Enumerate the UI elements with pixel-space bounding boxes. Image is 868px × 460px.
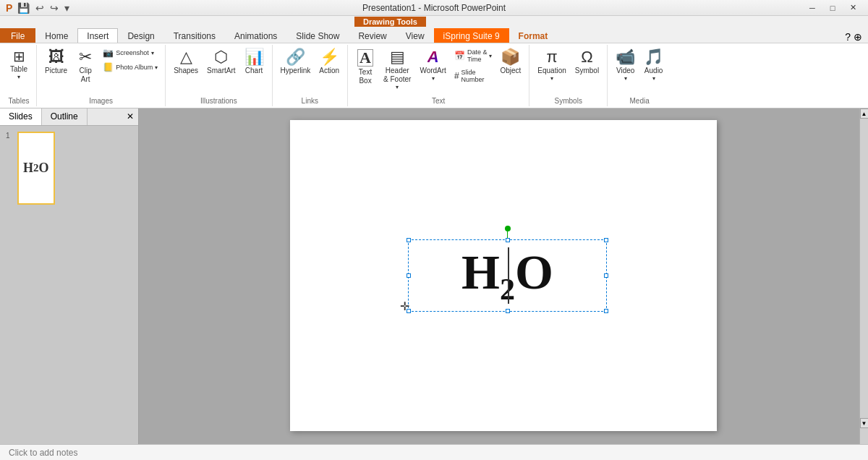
quick-access-toolbar: 💾 ↩ ↪ ▾ — [15, 1, 72, 15]
tab-review[interactable]: Review — [349, 28, 396, 43]
headerfooter-label: Header& Footer — [383, 67, 411, 84]
handle-top-left[interactable] — [407, 238, 411, 242]
ribbon-group-media: 📹 Video ▾ 🎵 Audio ▾ Media — [609, 45, 671, 106]
handle-middle-left[interactable] — [407, 273, 411, 278]
slidenumber-label: SlideNumber — [461, 69, 485, 83]
options-icon[interactable]: ⊕ — [854, 31, 862, 43]
audio-label: Audio — [644, 67, 663, 75]
equation-label: Equation — [537, 67, 566, 75]
tab-file[interactable]: File — [0, 28, 35, 43]
handle-bottom-center[interactable] — [506, 309, 510, 313]
textbox-label: TextBox — [359, 68, 372, 85]
save-icon[interactable]: 💾 — [15, 1, 32, 15]
tab-transitions[interactable]: Transitions — [164, 28, 225, 43]
handle-top-right[interactable] — [604, 238, 608, 242]
audio-button[interactable]: 🎵 Audio ▾ — [640, 46, 667, 85]
symbol-button[interactable]: Ω Symbol — [571, 46, 603, 78]
h2o-textbox[interactable]: H2O — [408, 239, 607, 312]
media-group-label: Media — [630, 95, 650, 105]
photoalbum-button[interactable]: 📒 Photo Album ▾ — [100, 61, 161, 74]
drawing-tools-bar: Drawing Tools — [0, 16, 868, 27]
smartart-label: SmartArt — [207, 67, 235, 75]
slide-canvas: H2O ✛ — [290, 120, 717, 431]
picture-icon: 🖼 — [48, 49, 64, 65]
handle-bottom-right[interactable] — [604, 309, 608, 313]
action-button[interactable]: ⚡ Action — [315, 46, 343, 78]
headerfooter-icon: ▤ — [390, 49, 405, 65]
headerfooter-button[interactable]: ▤ Header& Footer ▾ — [380, 46, 414, 93]
screenshot-button[interactable]: 📷 Screenshot ▾ — [100, 46, 161, 59]
datetime-button[interactable]: 📅 Date &Time ▾ — [451, 46, 495, 65]
textbox-button[interactable]: A TextBox — [352, 46, 378, 88]
title-left: P 💾 ↩ ↪ ▾ — [6, 1, 72, 15]
equation-button[interactable]: π Equation ▾ — [534, 46, 569, 85]
links-items: 🔗 Hyperlink ⚡ Action — [277, 46, 343, 95]
illustrations-group-label: Illustrations — [200, 95, 237, 105]
slides-panel: Slides Outline ✕ 1 H2O — [0, 108, 139, 444]
tab-animations[interactable]: Animations — [225, 28, 286, 43]
tab-ispring[interactable]: iSpring Suite 9 — [434, 28, 509, 43]
wordart-button[interactable]: A WordArt ▾ — [416, 46, 450, 85]
tab-view[interactable]: View — [396, 28, 434, 43]
text-items: A TextBox ▤ Header& Footer ▾ A WordArt ▾… — [352, 46, 524, 95]
tab-slideshow[interactable]: Slide Show — [286, 28, 349, 43]
slide-1-thumbnail[interactable]: H2O — [17, 132, 55, 205]
table-icon: ⊞ — [13, 49, 25, 64]
shapes-icon: △ — [180, 49, 192, 65]
clipart-icon: ✂ — [79, 49, 92, 65]
undo-icon[interactable]: ↩ — [33, 1, 46, 15]
ribbon: ⊞ Table ▾ Tables 🖼 Picture ✂ ClipArt 📷 S… — [0, 43, 868, 108]
smartart-button[interactable]: ⬡ SmartArt — [203, 46, 239, 78]
window-title: Presentation1 - Microsoft PowerPoint — [362, 3, 506, 13]
customize-icon[interactable]: ▾ — [62, 1, 72, 15]
symbols-items: π Equation ▾ Ω Symbol — [534, 46, 603, 95]
object-icon: 📦 — [501, 49, 520, 65]
ribbon-group-tables: ⊞ Table ▾ Tables — [3, 45, 37, 106]
tables-items: ⊞ Table ▾ — [6, 46, 32, 95]
handle-top-center[interactable] — [506, 238, 510, 242]
scroll-down-button[interactable]: ▼ — [860, 418, 869, 428]
minimize-button[interactable]: ─ — [803, 1, 822, 14]
picture-button[interactable]: 🖼 Picture — [41, 46, 71, 78]
help-icon[interactable]: ? — [845, 31, 851, 43]
text-group-label: Text — [432, 95, 445, 105]
rotate-handle[interactable] — [505, 226, 511, 231]
slide-1-number: 1 — [6, 132, 14, 140]
tab-format[interactable]: Format — [509, 28, 558, 43]
media-items: 📹 Video ▾ 🎵 Audio ▾ — [612, 46, 667, 95]
ribbon-group-illustrations: △ Shapes ⬡ SmartArt 📊 Chart Illustration… — [167, 45, 272, 106]
video-button[interactable]: 📹 Video ▾ — [612, 46, 639, 85]
slidenumber-icon: # — [454, 72, 459, 80]
chart-button[interactable]: 📊 Chart — [241, 46, 268, 78]
tab-home[interactable]: Home — [35, 28, 77, 43]
slides-panel-close[interactable]: ✕ — [122, 108, 138, 125]
slidenumber-button[interactable]: # SlideNumber — [451, 67, 495, 85]
scroll-up-button[interactable]: ▲ — [860, 108, 869, 119]
hyperlink-button[interactable]: 🔗 Hyperlink — [277, 46, 315, 78]
screenshot-icon: 📷 — [103, 48, 114, 57]
hyperlink-icon: 🔗 — [286, 49, 305, 65]
symbol-icon: Ω — [581, 49, 592, 65]
tab-outline[interactable]: Outline — [42, 108, 88, 125]
notes-scrollbar — [859, 428, 868, 444]
maximize-button[interactable]: □ — [823, 1, 842, 14]
table-button[interactable]: ⊞ Table ▾ — [6, 46, 32, 83]
shapes-label: Shapes — [174, 67, 198, 75]
redo-icon[interactable]: ↪ — [48, 1, 61, 15]
links-group-label: Links — [302, 95, 318, 105]
tab-slides[interactable]: Slides — [0, 108, 42, 125]
close-button[interactable]: ✕ — [843, 1, 862, 14]
screenshot-label: Screenshot — [116, 49, 149, 56]
clipart-button[interactable]: ✂ ClipArt — [72, 46, 98, 87]
handle-middle-right[interactable] — [604, 273, 608, 278]
tab-design[interactable]: Design — [118, 28, 163, 43]
notes-bar[interactable]: Click to add notes — [0, 444, 868, 460]
tab-insert[interactable]: Insert — [77, 28, 118, 43]
slide-editing-area[interactable]: H2O ✛ ▲ ▼ — [139, 108, 868, 444]
object-button[interactable]: 📦 Object — [496, 46, 524, 78]
audio-icon: 🎵 — [644, 49, 663, 65]
shapes-button[interactable]: △ Shapes — [170, 46, 202, 78]
datetime-slidenumber-group: 📅 Date &Time ▾ # SlideNumber — [451, 46, 495, 85]
chart-icon: 📊 — [244, 49, 264, 65]
main-area: Slides Outline ✕ 1 H2O — [0, 108, 868, 444]
